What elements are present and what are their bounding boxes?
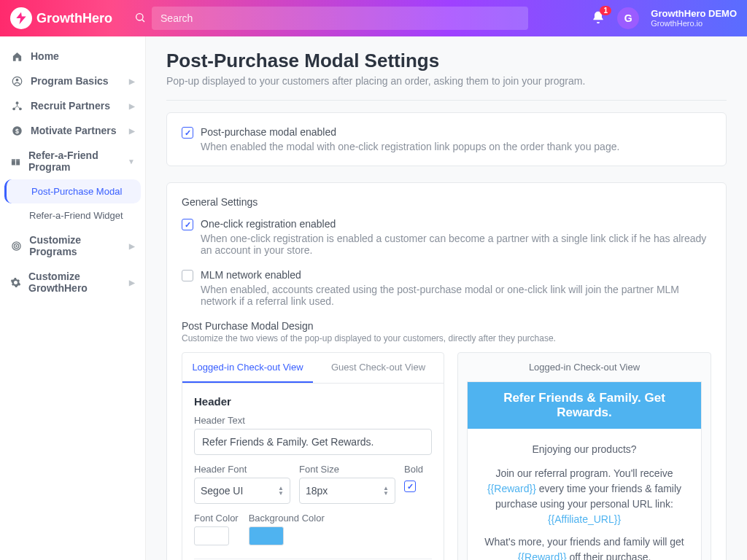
chevron-right-icon: ▶ — [129, 242, 135, 250]
search-input[interactable] — [152, 7, 528, 30]
target-icon — [10, 241, 22, 252]
sidebar-item-program-basics[interactable]: Program Basics ▶ — [0, 69, 145, 93]
checkbox-description: When one-click registration is enabled a… — [201, 233, 711, 256]
preview-paragraph-1: Join our referral program. You'll receiv… — [484, 466, 685, 527]
brand-name: GrowthHero — [36, 11, 112, 26]
section-title: General Settings — [182, 196, 711, 208]
stepper-icon: ▲▼ — [278, 486, 284, 496]
checkbox-label: Post-purchase modal enabled — [201, 126, 336, 139]
sidebar-item-label: Program Basics — [31, 75, 109, 87]
header-font-select[interactable]: Segoe UI ▲▼ — [194, 478, 290, 504]
network-icon — [10, 101, 23, 112]
reward-variable: {{Reward}} — [518, 551, 567, 560]
font-color-swatch[interactable] — [194, 526, 229, 545]
checkbox-label: One-click registration enabled — [201, 218, 336, 230]
brand-logo[interactable]: GrowthHero — [10, 7, 112, 29]
preview-card: Refer Friends & Family. Get Rewards. Enj… — [467, 381, 702, 560]
oneclick-checkbox[interactable] — [182, 219, 193, 230]
home-icon — [10, 51, 23, 62]
sidebar-item-label: Home — [31, 50, 59, 62]
mlm-checkbox[interactable] — [182, 270, 193, 281]
svg-point-4 — [15, 101, 18, 104]
stepper-icon: ▲▼ — [383, 486, 389, 496]
user-name: GrowthHero DEMO — [651, 8, 737, 20]
sidebar-item-customize-programs[interactable]: Customize Programs ▶ — [0, 228, 145, 264]
chevron-right-icon: ▶ — [129, 127, 135, 135]
svg-text:$: $ — [15, 127, 19, 134]
bold-checkbox[interactable] — [404, 481, 416, 492]
preview-title: Logged-in Check-out View — [458, 353, 711, 381]
page-subtitle: Pop-up displayed to your customers after… — [166, 75, 727, 87]
affiliate-url-variable: {{Affiliate_URL}} — [548, 513, 621, 525]
header-text-label: Header Text — [194, 415, 432, 426]
font-size-label: Font Size — [299, 464, 395, 475]
gear-icon — [10, 277, 21, 288]
preview-panel: Logged-in Check-out View Refer Friends &… — [457, 352, 711, 560]
sidebar-item-label: Refer-a-Friend Program — [28, 149, 120, 173]
checkbox-description: When enabled the modal with one-click re… — [201, 141, 711, 152]
user-circle-icon — [10, 76, 23, 87]
sidebar-sub-label: Refer-a-Friend Widget — [29, 210, 123, 221]
sidebar-item-home[interactable]: Home — [0, 44, 145, 69]
sidebar-item-label: Recruit Partners — [31, 100, 110, 112]
sidebar-item-label: Customize GrowthHero — [28, 271, 122, 294]
font-size-select[interactable]: 18px ▲▼ — [299, 478, 395, 504]
design-section-title: Post Purchase Modal Design — [182, 320, 711, 332]
preview-paragraph-2: What's more, your friends and family wil… — [484, 534, 685, 560]
design-section-subtitle: Customize the two views of the pop-up di… — [182, 333, 711, 343]
bold-label: Bold — [404, 464, 432, 475]
bg-color-label: Background Color — [249, 513, 325, 524]
search-icon — [134, 12, 146, 26]
header-section-title: Header — [194, 395, 432, 408]
design-editor-panel: Logged-in Check-out View Guest Check-out… — [182, 352, 444, 560]
page-title: Post-Purchase Modal Settings — [166, 50, 727, 72]
general-settings-card: General Settings One-click registration … — [166, 182, 727, 560]
svg-point-14 — [16, 245, 17, 246]
sidebar-sub-post-purchase-modal[interactable]: Post-Purchase Modal — [4, 179, 141, 203]
gift-icon — [10, 156, 21, 167]
sidebar-item-motivate-partners[interactable]: $ Motivate Partners ▶ — [0, 118, 145, 143]
sidebar-sub-label: Post-Purchase Modal — [31, 186, 122, 197]
tab-guest[interactable]: Guest Check-out View — [313, 353, 444, 383]
user-menu[interactable]: GrowthHero DEMO GrowthHero.io — [651, 8, 737, 29]
header-text-input[interactable] — [194, 429, 432, 455]
checkbox-description: When enabled, accounts created using the… — [201, 284, 711, 307]
header-font-label: Header Font — [194, 464, 290, 475]
sidebar-item-label: Customize Programs — [29, 234, 122, 257]
notifications-button[interactable]: 1 — [591, 10, 605, 27]
enable-card: Post-purchase modal enabled When enabled… — [166, 112, 727, 166]
reward-variable: {{Reward}} — [487, 483, 536, 494]
sidebar-item-label: Motivate Partners — [31, 125, 116, 136]
chevron-right-icon: ▶ — [129, 279, 135, 287]
sidebar-item-recruit-partners[interactable]: Recruit Partners ▶ — [0, 93, 145, 118]
chevron-down-icon: ▼ — [128, 158, 135, 166]
bg-color-swatch[interactable] — [249, 526, 284, 545]
avatar[interactable]: G — [617, 7, 639, 29]
sidebar-sub-refer-widget[interactable]: Refer-a-Friend Widget — [0, 203, 145, 228]
checkbox-label: MLM network enabled — [201, 269, 301, 281]
font-color-label: Font Color — [194, 513, 239, 524]
chevron-right-icon: ▶ — [129, 77, 135, 85]
chevron-right-icon: ▶ — [129, 102, 135, 110]
sidebar: Home Program Basics ▶ Recruit Partners ▶… — [0, 36, 146, 560]
svg-point-0 — [136, 13, 143, 20]
svg-point-3 — [15, 78, 18, 81]
notification-badge: 1 — [600, 6, 611, 15]
preview-header: Refer Friends & Family. Get Rewards. — [468, 382, 701, 429]
post-purchase-enabled-checkbox[interactable] — [182, 127, 193, 139]
svg-line-1 — [142, 20, 144, 22]
tab-logged-in[interactable]: Logged-in Check-out View — [182, 353, 313, 383]
sidebar-item-refer-a-friend[interactable]: Refer-a-Friend Program ▼ — [0, 143, 145, 179]
preview-subhead: Enjoying our products? — [484, 442, 685, 457]
logo-icon — [10, 7, 32, 29]
user-domain: GrowthHero.io — [651, 19, 737, 28]
dollar-icon: $ — [10, 125, 23, 136]
svg-rect-11 — [15, 159, 16, 165]
sidebar-item-customize-growthhero[interactable]: Customize GrowthHero ▶ — [0, 264, 145, 300]
